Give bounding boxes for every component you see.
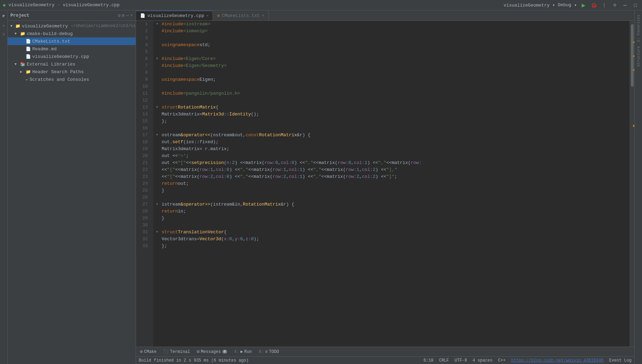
tab-label: CMakeLists.txt [222,13,260,18]
bottom-tab-label: Run [244,349,252,354]
code-line: using namespace Eigen; [156,76,630,83]
indentation: 4 spaces [473,358,493,363]
fold-marker-icon[interactable]: ▼ [156,104,160,111]
settings-icon[interactable]: ⋯ [126,13,129,18]
minimize-button[interactable]: ─ [621,1,629,9]
right-sidebar-tabs: 2: Favorites Structure [634,10,642,364]
tree-item[interactable]: 📄Readme.md [8,45,136,53]
line-number: 16 [136,125,151,132]
build-message: Build finished in 2 s 935 ms (6 minutes … [139,358,249,363]
code-line: #include <pangolin/pangolin.h> [156,90,630,97]
tree-item[interactable]: 📄visualizeGeometry.cpp [8,53,136,60]
bottom-tab-badge: 0 [222,350,227,354]
config-arrow: ▾ [574,2,577,8]
editor-tab-tab-cmake[interactable]: ⚙CMakeLists.txt× [213,11,268,20]
code-line [156,222,630,229]
bottom-tab-cmake[interactable]: ⚙ CMake [137,348,159,356]
line-number: 26 [136,194,151,201]
fold-marker-icon[interactable]: ▼ [156,201,160,208]
tab-close-icon[interactable]: × [206,14,209,18]
code-content[interactable]: ▼#include <iostream>#include <iomanip>us… [153,21,630,347]
url-link[interactable]: https://blog.csdn.net/weixin_43619346 [511,358,604,363]
favorites-tab-label[interactable]: 2: Favorites [636,13,641,43]
split-icon[interactable]: ⊞ [122,13,125,18]
line-number: 12 [136,97,151,104]
fold-marker-icon[interactable]: ▼ [156,132,160,139]
line-number: 30 [136,222,151,229]
run-button[interactable]: ▶ [580,1,587,9]
code-line [156,194,630,201]
line-number: 18 [136,139,151,146]
more-button[interactable]: ⋮ [600,1,608,9]
code-line: out << '='; [156,153,630,159]
fold-marker-icon[interactable]: ▼ [156,55,160,62]
editor-tab-tab-cpp[interactable]: 📄visualizeGeometry.cpp× [136,11,213,20]
file-title-label: visualizeGeometry.cpp [63,2,120,8]
tree-item-label: CMakeLists.txt [32,39,70,44]
bottom-tab-icon: ▶ [240,349,243,354]
tab-icon: ⚙ [217,13,220,18]
tree-item[interactable]: ▼📁cmake-build-debug [8,30,136,37]
structure-strip-icon[interactable]: S [1,31,7,37]
fold-marker-icon[interactable]: ▼ [156,21,160,28]
bottom-tab-icon: ⊟ [197,349,199,354]
structure-tab-label[interactable]: Structure [636,45,641,68]
debug-button[interactable]: 🐞 [590,1,598,9]
tree-item-icon: 📄 [26,46,31,52]
line-number: 6 [136,55,151,62]
editor-scrollbar[interactable] [630,21,634,347]
bottom-tab-label: Terminal [170,349,190,354]
tree-item[interactable]: ✏Scratches and Consoles [8,76,136,83]
project-dropdown[interactable]: visualizeGeometry ▾ [504,2,555,8]
tree-item[interactable]: 📄CMakeLists.txt [8,37,136,45]
left-sidebar-strip: P ★ S [0,10,8,364]
bottom-tab-terminal[interactable]: ⬛ Terminal [161,348,193,356]
line-numbers: 1234567891011121314151617181920212223242… [136,21,153,347]
line-number: 28 [136,208,151,215]
bottom-tab-run[interactable]: 4:▶ Run [231,348,255,356]
config-dropdown[interactable]: Debug [558,2,571,8]
right-panel: 📄visualizeGeometry.cpp×⚙CMakeLists.txt× … [136,10,634,364]
line-number: 10 [136,83,151,90]
tab-icon: 📄 [140,13,145,18]
line-number: 32 [136,236,151,243]
bottom-tab-messages[interactable]: ⊟ Messages0 [194,348,230,356]
title-bar: ◆ visualizeGeometry – visualizeGeometry.… [0,0,642,10]
line-number: 21 [136,159,151,166]
bottom-tab-icon: ⚙ [140,349,143,354]
bottom-tab-icon: ⬛ [163,349,169,354]
tree-item[interactable]: ▼📚External Libraries [8,60,136,68]
fold-marker-icon[interactable]: ▼ [156,229,160,236]
line-number: 17 [136,132,151,139]
line-number: 9 [136,76,151,83]
tree-item-label: Scratches and Consoles [29,77,89,82]
line-number: 13 [136,104,151,111]
event-log[interactable]: Event Log [609,358,632,363]
line-number: 19 [136,146,151,153]
tab-close-icon[interactable]: × [262,14,264,18]
favorites-strip-icon[interactable]: ★ [1,22,7,28]
project-title-label: visualizeGeometry [8,2,54,8]
code-line: } [156,215,630,222]
close-panel-icon[interactable]: × [130,13,133,18]
tree-item[interactable]: ▼📁visualizeGeometry~/shenlan/slambook2/c… [8,22,136,30]
code-line: ▼struct TranslationVector { [156,229,630,236]
maximize-button[interactable]: □ [632,1,639,9]
tree-item-icon: 📄 [26,54,31,59]
bottom-tab-label: TODO [269,349,279,354]
line-number: 20 [136,153,151,159]
app-icon: ◆ [3,2,6,8]
code-line [156,69,630,76]
bottom-tab-todo[interactable]: 6:≡ TODO [256,348,282,356]
project-strip-icon[interactable]: P [1,13,7,19]
code-line: ▼struct RotationMatrix { [156,104,630,111]
coverage-button[interactable]: ⊙ [611,1,618,9]
line-number: 7 [136,62,151,69]
tree-item[interactable]: ▶📁Header Search Paths [8,68,136,76]
tree-item-label: External Libraries [27,62,75,67]
gear-icon[interactable]: ⚙ [118,13,121,18]
code-line [156,35,630,42]
tree-item-icon: 📚 [20,62,25,67]
code-line: using namespace std; [156,42,630,49]
status-bar: Build finished in 2 s 935 ms (6 minutes … [136,356,634,364]
